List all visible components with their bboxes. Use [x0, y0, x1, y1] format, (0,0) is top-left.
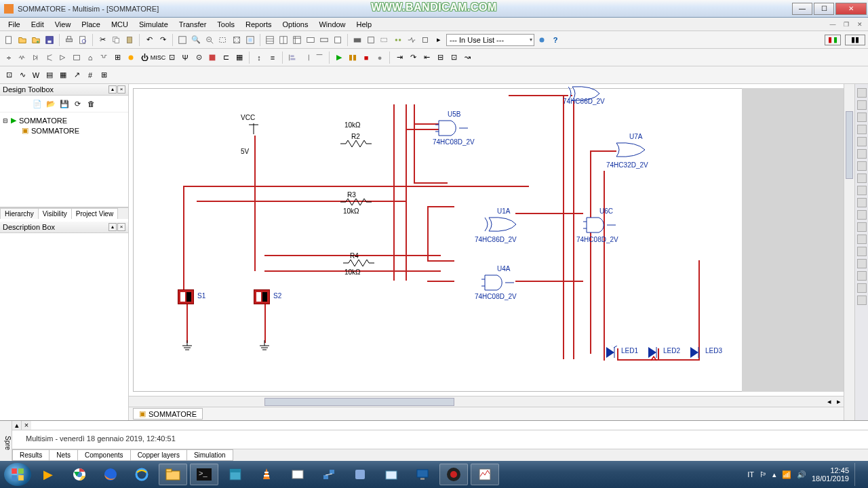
- print-preview-button[interactable]: [77, 34, 89, 46]
- task-multisim-icon[interactable]: [471, 464, 499, 485]
- instr11-icon[interactable]: [857, 210, 867, 220]
- sheet-tab-sommatore[interactable]: ▣SOMMATORE: [133, 408, 203, 420]
- grapher-button[interactable]: [291, 34, 303, 46]
- logtab-copper[interactable]: Copper layers: [130, 449, 187, 461]
- task-control-icon[interactable]: [377, 464, 406, 485]
- record-button[interactable]: ●: [374, 52, 386, 64]
- menu-edit[interactable]: Edit: [26, 19, 50, 30]
- new-project-icon[interactable]: 📄: [31, 98, 43, 110]
- task-net-icon[interactable]: [315, 464, 343, 485]
- instr-wattmeter-button[interactable]: W: [30, 69, 42, 81]
- task-mediaplayer-icon[interactable]: ▶: [34, 464, 62, 485]
- database-button[interactable]: [277, 34, 290, 46]
- gate-u1a[interactable]: [481, 215, 519, 235]
- open-sample-button[interactable]: [30, 34, 42, 46]
- go-button[interactable]: ▸: [433, 34, 445, 46]
- log-close-icon[interactable]: ×: [22, 421, 31, 430]
- menu-simulate[interactable]: Simulate: [134, 19, 174, 30]
- place-indicator-button[interactable]: [125, 52, 137, 64]
- gate-u5b[interactable]: [435, 118, 469, 138]
- zoom-fit-button[interactable]: [244, 34, 256, 46]
- task-app1-icon[interactable]: [283, 464, 312, 485]
- in-use-list-combo[interactable]: --- In Use List ---: [446, 34, 534, 46]
- breadboard-button[interactable]: [318, 34, 330, 46]
- menu-window[interactable]: Window: [313, 19, 351, 30]
- menu-mcu[interactable]: MCU: [106, 19, 134, 30]
- instr4-icon[interactable]: [857, 125, 867, 134]
- print-button[interactable]: [63, 34, 75, 46]
- menu-help[interactable]: Help: [351, 19, 378, 30]
- stop-button[interactable]: ■: [360, 52, 372, 64]
- align-top-button[interactable]: [313, 52, 326, 64]
- place-diode-button[interactable]: [30, 52, 42, 64]
- instr18-icon[interactable]: [857, 296, 867, 305]
- log-pin-icon[interactable]: ▴: [12, 421, 22, 430]
- task-cmd-icon[interactable]: >_: [190, 464, 218, 485]
- task-gadget-icon[interactable]: [346, 464, 374, 485]
- description-box-body[interactable]: [0, 233, 128, 420]
- start-button[interactable]: [4, 463, 31, 486]
- led2-symbol[interactable]: [646, 346, 660, 361]
- task-ie-icon[interactable]: [127, 464, 156, 485]
- place-cmos-button[interactable]: ⌂: [84, 52, 96, 64]
- desc-close-icon[interactable]: ×: [117, 223, 125, 231]
- mdi-minimize-icon[interactable]: —: [827, 20, 838, 29]
- place-ni-button[interactable]: [206, 52, 218, 64]
- task-chrome-icon[interactable]: [65, 464, 94, 485]
- education-button[interactable]: [419, 34, 431, 46]
- tray-up-icon[interactable]: ▴: [772, 470, 776, 479]
- refresh-icon[interactable]: ⟳: [72, 98, 84, 110]
- paste-button[interactable]: [123, 34, 136, 46]
- tray-volume-icon[interactable]: 🔊: [797, 470, 806, 479]
- tree-child[interactable]: ▣ SOMMATORE: [3, 125, 125, 136]
- place-text-button[interactable]: [365, 34, 377, 46]
- tab-visibility[interactable]: Visibility: [38, 208, 72, 219]
- close-button[interactable]: ✕: [835, 3, 867, 15]
- pause-button[interactable]: ▮▮: [347, 52, 359, 64]
- step-button[interactable]: ⊟: [434, 52, 446, 64]
- help-button[interactable]: ?: [549, 34, 561, 46]
- mdi-restore-icon[interactable]: ❐: [841, 20, 852, 29]
- open-file-button[interactable]: [16, 34, 28, 46]
- instr16-icon[interactable]: [857, 271, 867, 281]
- instr-bode-button[interactable]: ↗: [71, 69, 83, 81]
- place-rf-button[interactable]: Ψ: [179, 52, 191, 64]
- gate-u7a[interactable]: [613, 140, 650, 161]
- menu-tools[interactable]: Tools: [212, 19, 240, 30]
- minimize-button[interactable]: —: [792, 3, 812, 15]
- r4-symbol[interactable]: [343, 259, 377, 267]
- instr3-icon[interactable]: [857, 113, 867, 122]
- delete-icon[interactable]: 🗑: [85, 98, 98, 110]
- menu-file[interactable]: File: [3, 19, 26, 30]
- vcc-symbol[interactable]: [247, 123, 260, 137]
- breakpoint-button[interactable]: ⊡: [448, 52, 460, 64]
- instr13-icon[interactable]: [857, 235, 867, 244]
- find-button[interactable]: [378, 34, 391, 46]
- spreadsheet-label[interactable]: Spre: [0, 421, 12, 461]
- instr17-icon[interactable]: [857, 283, 867, 293]
- run-button[interactable]: ▶: [333, 52, 345, 64]
- place-source-button[interactable]: ÷: [3, 52, 15, 64]
- schematic-canvas[interactable]: VCC 5V 10kΩ R2 R3 10kΩ R4 10kΩ S1: [129, 84, 844, 396]
- save-project-icon[interactable]: 💾: [58, 98, 71, 110]
- instr10-icon[interactable]: [857, 198, 867, 207]
- zoom-sheet-button[interactable]: [231, 34, 243, 46]
- place-connector-button[interactable]: ⊏: [220, 52, 232, 64]
- instr-freq-button[interactable]: #: [84, 69, 96, 81]
- align-left-button[interactable]: [286, 52, 298, 64]
- new-file-button[interactable]: [3, 34, 15, 46]
- save-button[interactable]: [43, 34, 56, 46]
- pane-close-icon[interactable]: ×: [117, 85, 125, 94]
- task-regedit-icon[interactable]: [221, 464, 250, 485]
- bus-button[interactable]: ≡: [267, 52, 279, 64]
- task-vlc-icon[interactable]: [252, 464, 281, 485]
- instr12-icon[interactable]: [857, 222, 867, 232]
- instr-scope-button[interactable]: ▤: [43, 69, 56, 81]
- gate-u4a[interactable]: [481, 272, 515, 293]
- step-out-button[interactable]: ⇤: [420, 52, 433, 64]
- elvis-button[interactable]: [332, 34, 344, 46]
- led1-symbol[interactable]: [604, 346, 618, 361]
- horizontal-scrollbar[interactable]: ◂▸: [129, 396, 844, 407]
- cut-button[interactable]: ✂: [96, 34, 108, 46]
- zoom-in-button[interactable]: 🔍: [190, 34, 202, 46]
